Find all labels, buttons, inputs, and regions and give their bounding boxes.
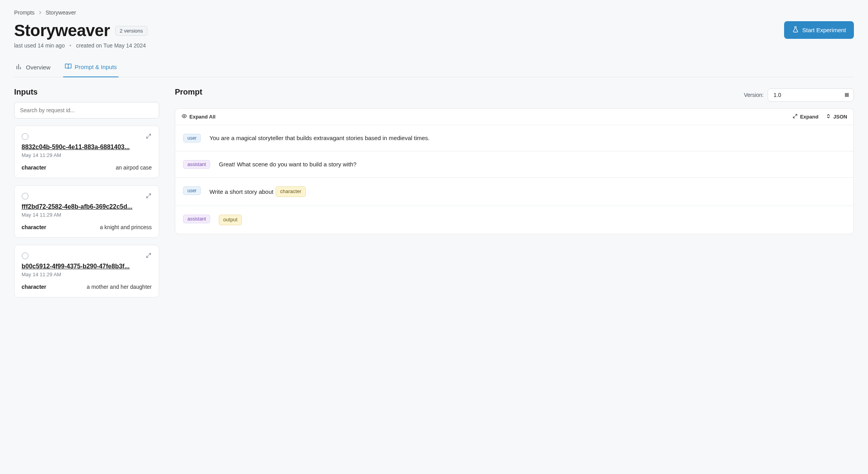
json-button[interactable]: JSON [826, 113, 847, 120]
message-row: assistant Great! What scene do you want … [175, 151, 853, 178]
variable-chip[interactable]: character [276, 186, 305, 197]
radio-select[interactable] [22, 252, 29, 259]
input-id[interactable]: fff2bd72-2582-4e8b-afb6-369c22c5d... [22, 203, 152, 210]
input-key: character [22, 164, 46, 171]
role-badge-assistant: assistant [183, 160, 210, 169]
tabs: Overview Prompt & Inputs [14, 59, 854, 77]
start-experiment-button[interactable]: Start Experiment [784, 21, 854, 39]
expand-icon[interactable] [145, 133, 152, 140]
input-value: an airpod case [116, 164, 152, 171]
version-value: 1.0 [774, 92, 781, 98]
eye-icon [182, 113, 187, 120]
chevron-right-icon [38, 10, 42, 15]
chevron-up-down-icon [826, 113, 831, 120]
input-key: character [22, 284, 46, 290]
message-text: Great! What scene do you want to build a… [219, 160, 356, 169]
prompt-title: Prompt [175, 88, 202, 97]
flask-icon [792, 26, 799, 34]
input-value: a mother and her daughter [87, 284, 152, 290]
meta-line: last used 14 min ago • created on Tue Ma… [14, 42, 854, 49]
tab-overview[interactable]: Overview [14, 59, 52, 77]
svg-point-0 [183, 115, 185, 117]
tab-prompt-inputs-label: Prompt & Inputs [75, 64, 117, 70]
input-value: a knight and princess [100, 224, 152, 230]
expand-icon[interactable] [145, 193, 152, 200]
search-input[interactable] [14, 102, 159, 118]
page-title: Storyweaver [14, 21, 110, 40]
json-label: JSON [833, 114, 847, 120]
message-row: assistant output [175, 206, 853, 234]
inputs-title: Inputs [14, 88, 159, 97]
breadcrumb: Prompts Storyweaver [14, 9, 854, 16]
input-date: May 14 11:29 AM [22, 272, 152, 277]
input-card[interactable]: 8832c04b-590c-4e11-883a-6881403... May 1… [14, 126, 159, 178]
chart-bar-icon [16, 63, 23, 71]
input-card[interactable]: fff2bd72-2582-4e8b-afb6-369c22c5d... May… [14, 185, 159, 238]
input-date: May 14 11:29 AM [22, 212, 152, 218]
prompt-box: Expand All Expand [175, 108, 854, 234]
role-badge-user: user [183, 186, 201, 195]
breadcrumb-root[interactable]: Prompts [14, 9, 35, 16]
radio-select[interactable] [22, 133, 29, 140]
message-row: user You are a magical storyteller that … [175, 125, 853, 151]
version-select[interactable]: 1.0 [768, 88, 854, 102]
role-badge-assistant: assistant [183, 215, 210, 223]
version-label: Version: [744, 92, 764, 98]
tab-prompt-inputs[interactable]: Prompt & Inputs [63, 59, 119, 77]
radio-select[interactable] [22, 193, 29, 200]
message-text: You are a magical storyteller that build… [209, 134, 429, 142]
expand-all-button[interactable]: Expand All [182, 113, 216, 120]
input-date: May 14 11:29 AM [22, 152, 152, 158]
expand-label: Expand [800, 114, 819, 120]
variable-chip[interactable]: output [219, 215, 242, 225]
input-id[interactable]: 8832c04b-590c-4e11-883a-6881403... [22, 144, 152, 151]
input-id[interactable]: b00c5912-4f99-4375-b290-47fe8b3f... [22, 263, 152, 270]
last-used-text: last used 14 min ago [14, 42, 65, 49]
breadcrumb-current: Storyweaver [45, 9, 76, 16]
chevron-up-down-icon [844, 93, 849, 97]
expand-button[interactable]: Expand [792, 113, 819, 120]
role-badge-user: user [183, 134, 201, 142]
expand-all-label: Expand All [189, 114, 216, 120]
message-row: user Write a short story about character [175, 178, 853, 206]
versions-badge[interactable]: 2 versions [115, 26, 147, 36]
input-key: character [22, 224, 46, 230]
created-text: created on Tue May 14 2024 [76, 42, 146, 49]
start-experiment-label: Start Experiment [802, 27, 846, 33]
input-card[interactable]: b00c5912-4f99-4375-b290-47fe8b3f... May … [14, 245, 159, 297]
message-text-prefix: Write a short story about [209, 188, 273, 196]
expand-icon[interactable] [145, 252, 152, 260]
maximize-icon [792, 113, 798, 120]
tab-overview-label: Overview [26, 64, 51, 71]
book-open-icon [65, 63, 72, 71]
